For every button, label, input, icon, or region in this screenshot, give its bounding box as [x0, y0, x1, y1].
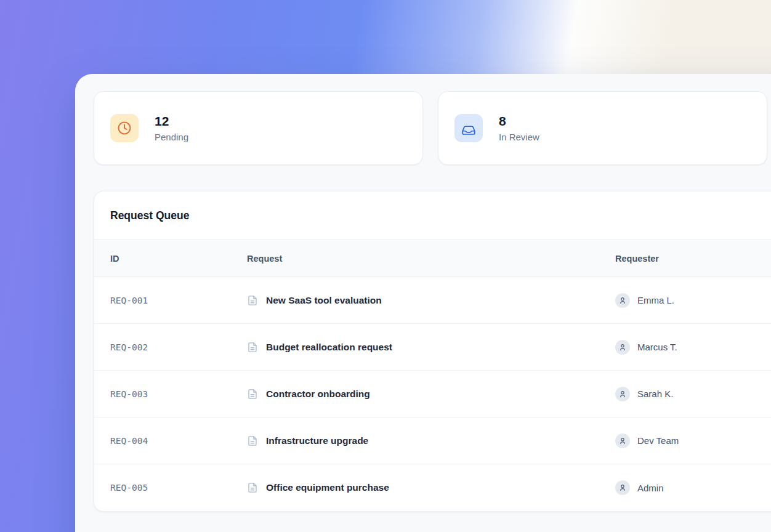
user-avatar-icon — [615, 433, 630, 448]
request-id: REQ-004 — [110, 436, 247, 446]
request-id: REQ-001 — [110, 296, 247, 305]
user-avatar-icon — [615, 293, 630, 308]
requester-name: Admin — [637, 483, 664, 493]
clock-icon — [110, 114, 139, 142]
request-id: REQ-002 — [110, 342, 247, 352]
request-title: Budget reallocation request — [266, 342, 392, 353]
file-text-icon — [247, 342, 258, 353]
pending-count: 12 — [155, 114, 188, 129]
column-header-request: Request — [247, 254, 615, 264]
requester-name: Sarah K. — [637, 389, 673, 399]
file-text-icon — [247, 389, 258, 400]
request-title: Contractor onboarding — [266, 389, 370, 400]
inbox-icon — [454, 114, 483, 142]
table-row[interactable]: REQ-004 Infrastructure upgrade — [94, 417, 771, 464]
table-header-row: ID Request Requester — [94, 240, 771, 277]
requester-name: Dev Team — [637, 435, 679, 446]
in-review-label: In Review — [499, 132, 539, 142]
table-row[interactable]: REQ-003 Contractor onboarding — [94, 371, 771, 417]
pending-label: Pending — [155, 132, 188, 142]
file-text-icon — [247, 482, 258, 493]
table-row[interactable]: REQ-001 New SaaS tool evaluation — [94, 277, 771, 324]
request-title: New SaaS tool evaluation — [266, 295, 382, 306]
stat-card-pending: 12 Pending — [94, 91, 423, 165]
requester-name: Marcus T. — [637, 342, 677, 352]
stat-card-in-review: 8 In Review — [438, 91, 767, 165]
file-text-icon — [247, 295, 258, 306]
table-row[interactable]: REQ-005 Office equipment purchase — [94, 464, 771, 511]
in-review-count: 8 — [499, 114, 539, 129]
column-header-requester: Requester — [615, 254, 771, 264]
request-title: Infrastructure upgrade — [266, 435, 368, 446]
stats-row: 12 Pending 8 In Review — [75, 74, 771, 165]
request-id: REQ-003 — [110, 389, 247, 399]
table-title: Request Queue — [94, 191, 771, 240]
user-avatar-icon — [615, 340, 630, 355]
column-header-id: ID — [110, 254, 247, 264]
main-panel: 12 Pending 8 In Review Request Queue ID … — [75, 74, 771, 532]
file-text-icon — [247, 435, 258, 446]
user-avatar-icon — [615, 480, 630, 495]
request-id: REQ-005 — [110, 483, 247, 493]
table-body: REQ-001 New SaaS tool evaluation — [94, 277, 771, 511]
table-row[interactable]: REQ-002 Budget reallocation request — [94, 324, 771, 371]
request-queue-card: Request Queue ID Request Requester REQ-0… — [94, 191, 771, 512]
user-avatar-icon — [615, 387, 630, 401]
requester-name: Emma L. — [637, 295, 674, 305]
request-title: Office equipment purchase — [266, 482, 389, 493]
